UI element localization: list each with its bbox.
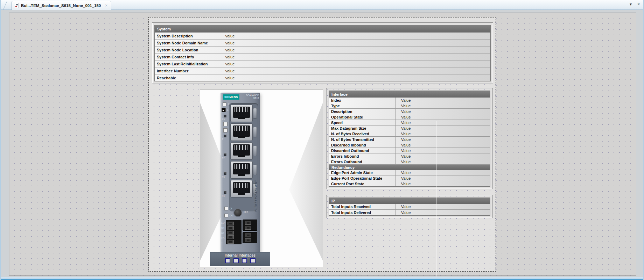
table-row[interactable]: TypeValue — [329, 103, 490, 109]
led-port2-label: P2 — [222, 157, 225, 159]
row-value[interactable]: value — [220, 40, 490, 46]
row-value[interactable]: Value — [396, 114, 490, 120]
internal-interface-port[interactable] — [242, 258, 247, 263]
chevron-down-icon[interactable]: ▾ — [630, 2, 632, 7]
led-do — [224, 214, 228, 217]
table-row[interactable]: System Node Domain Namevalue — [155, 40, 490, 46]
redundancy-table-header: Redundancy — [329, 165, 490, 170]
table-row[interactable]: System Last Reinitializationvalue — [155, 60, 490, 67]
row-value[interactable]: Value — [396, 181, 490, 186]
table-row[interactable]: System Node Locationvalue — [155, 46, 490, 53]
table-row[interactable]: N. of Bytes ReceivedValue — [329, 131, 490, 137]
terminal-label: M2 — [221, 232, 224, 235]
row-label: Discarded Outbound — [329, 148, 396, 153]
scalance-device[interactable]: SIEMENS SCALANCES615 F L P5 A P1 — [220, 93, 260, 252]
row-label: Edge Port Admin State — [329, 170, 396, 175]
table-row[interactable]: Operational StateValue — [329, 114, 490, 120]
device-model: SCALANCES615 — [246, 94, 259, 100]
row-value[interactable]: value — [220, 60, 490, 67]
set-button — [233, 208, 242, 217]
row-value[interactable]: Value — [396, 120, 490, 125]
table-row[interactable]: Errors OutboundValue — [329, 159, 490, 165]
close-icon[interactable]: × — [637, 2, 640, 7]
row-label: Errors Inbound — [329, 153, 396, 159]
row-value[interactable]: Value — [396, 109, 490, 114]
row-value[interactable]: Value — [396, 142, 490, 148]
faceplate-selection[interactable]: System System Descriptionvalue System No… — [148, 17, 496, 272]
row-value[interactable]: value — [220, 46, 490, 53]
table-row[interactable]: IndexValue — [329, 98, 490, 103]
led-port2 — [224, 153, 226, 156]
row-value[interactable]: Value — [396, 159, 490, 164]
table-row[interactable]: DescriptionValue — [329, 109, 490, 114]
internal-interfaces-label: Internal Interfaces — [225, 253, 255, 257]
interface-table[interactable]: Interface IndexValue TypeValue Descripti… — [329, 91, 490, 187]
table-row[interactable]: System Descriptionvalue — [155, 33, 490, 40]
row-label: Discarded Inbound — [329, 142, 396, 148]
row-value[interactable]: Value — [396, 204, 490, 209]
tab-title: Bui...TEM_Scalance_S615_None_001_150 — [21, 3, 101, 8]
ip-group[interactable]: IP Total Inputs ReceivedValue Total Inpu… — [326, 195, 493, 218]
row-value[interactable]: Value — [396, 148, 490, 153]
row-label: Description — [329, 109, 396, 114]
row-value[interactable]: Value — [396, 175, 490, 181]
row-value[interactable]: value — [220, 67, 490, 74]
row-value[interactable]: Value — [396, 98, 490, 103]
table-row[interactable]: Reachablevalue — [155, 74, 490, 81]
row-label: N. of Bytes Received — [329, 131, 396, 136]
internal-interface-port[interactable] — [225, 258, 230, 263]
table-row[interactable]: SpeedValue — [329, 120, 490, 125]
row-value[interactable]: value — [220, 53, 490, 60]
row-label: Interface Number — [155, 67, 220, 74]
row-label: Reachable — [155, 74, 220, 81]
table-row[interactable]: Max Datagram SizeValue — [329, 125, 490, 131]
table-row[interactable]: Edge Port Operational StateValue — [329, 175, 490, 181]
do-terminal-block — [243, 232, 257, 243]
table-row[interactable]: N. of Bytes TransmittedValue — [329, 137, 490, 142]
led-a — [223, 128, 227, 132]
row-value[interactable]: Value — [396, 153, 490, 159]
interface-group[interactable]: Interface IndexValue TypeValue Descripti… — [326, 88, 493, 189]
table-row[interactable]: Interface Numbervalue — [155, 67, 490, 74]
row-value[interactable]: value — [220, 33, 490, 39]
rj45-port-1 — [230, 123, 253, 141]
led-port3 — [224, 172, 226, 175]
tab-close-icon[interactable]: × — [105, 3, 107, 8]
terminal-label: L2- — [221, 237, 224, 239]
led-link — [222, 108, 226, 112]
table-row[interactable]: System Contact Infovalue — [155, 53, 490, 60]
port-frame — [229, 103, 258, 211]
row-value[interactable]: value — [220, 74, 490, 81]
row-value[interactable]: Value — [396, 170, 490, 175]
internal-interface-port[interactable] — [233, 258, 239, 263]
row-value[interactable]: Value — [396, 210, 490, 215]
tab-faceplate[interactable]: Bui...TEM_Scalance_S615_None_001_150 × — [12, 1, 111, 10]
led-fault — [223, 102, 226, 106]
internal-interface-port[interactable] — [250, 258, 255, 263]
system-group[interactable]: System System Descriptionvalue System No… — [152, 22, 493, 84]
led-port4-label: P4 — [222, 195, 225, 197]
siemens-logo: SIEMENS — [223, 94, 239, 100]
led-port1 — [224, 135, 226, 137]
internal-interfaces-bar[interactable]: Internal Interfaces — [210, 252, 270, 266]
table-row[interactable]: Edge Port Admin StateValue — [329, 170, 490, 175]
row-value[interactable]: Value — [396, 125, 490, 131]
row-value[interactable]: Value — [396, 137, 490, 142]
table-row[interactable]: Total Inputs DeliveredValue — [329, 210, 490, 216]
interface-table-header: Interface — [329, 91, 490, 98]
ip-table[interactable]: IP Total Inputs ReceivedValue Total Inpu… — [329, 198, 490, 216]
table-row[interactable]: Discarded OutboundValue — [329, 148, 490, 153]
row-label: Operational State — [329, 114, 396, 120]
row-value[interactable]: Value — [396, 103, 490, 108]
table-row[interactable]: Total Inputs ReceivedValue — [329, 204, 490, 210]
backdrop-wedge-right — [289, 103, 323, 260]
device-image-panel[interactable]: SIEMENS SCALANCES615 F L P5 A P1 — [200, 89, 323, 267]
faceplate-icon — [15, 3, 19, 8]
led-link-label: L — [227, 109, 229, 111]
table-row[interactable]: Current Port StateValue — [329, 181, 490, 187]
table-row[interactable]: Errors InboundValue — [329, 153, 490, 159]
table-row[interactable]: Discarded InboundValue — [329, 142, 490, 148]
editor-canvas[interactable]: System System Descriptionvalue System No… — [9, 13, 636, 276]
row-value[interactable]: Value — [396, 131, 490, 136]
system-table[interactable]: System System Descriptionvalue System No… — [154, 25, 491, 81]
